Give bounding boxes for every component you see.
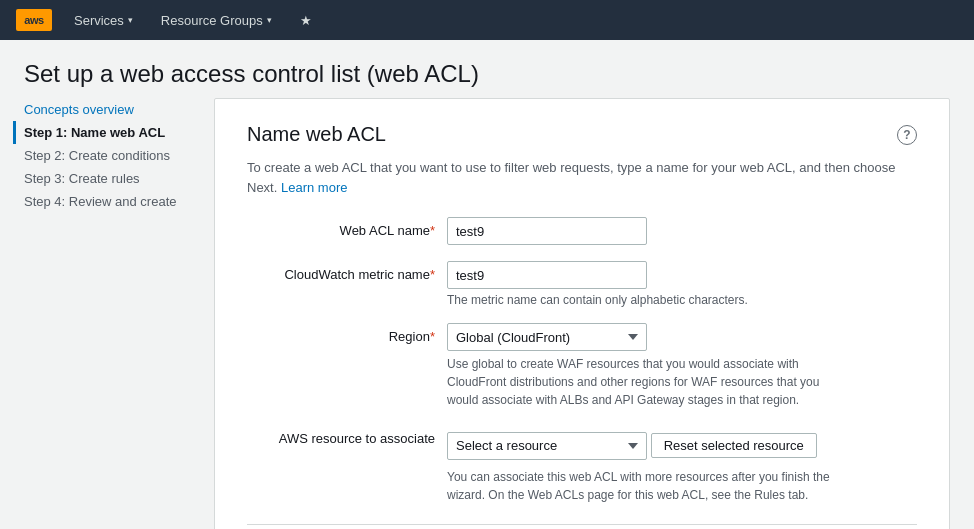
aws-resource-select[interactable]: Select a resource <box>447 432 647 460</box>
web-acl-name-group: Web ACL name* <box>247 217 917 245</box>
web-acl-input[interactable] <box>447 217 647 245</box>
favorites-button[interactable]: ★ <box>294 9 318 32</box>
region-control-area: Global (CloudFront) US East (N. Virginia… <box>447 323 917 409</box>
sidebar: Concepts overview Step 1: Name web ACL S… <box>24 98 214 529</box>
services-menu[interactable]: Services ▾ <box>68 9 139 32</box>
aws-resource-label: AWS resource to associate <box>247 425 447 446</box>
concepts-overview-link[interactable]: Concepts overview <box>24 98 198 121</box>
sidebar-step-4: Step 4: Review and create <box>24 190 198 213</box>
resource-groups-chevron-icon: ▾ <box>267 15 272 25</box>
cloudwatch-hint: The metric name can contain only alphabe… <box>447 293 917 307</box>
cloudwatch-control-area: The metric name can contain only alphabe… <box>447 261 917 307</box>
region-group: Region* Global (CloudFront) US East (N. … <box>247 323 917 409</box>
panel-description: To create a web ACL that you want to use… <box>247 158 917 197</box>
page-title: Set up a web access control list (web AC… <box>24 60 950 88</box>
sidebar-step-3: Step 3: Create rules <box>24 167 198 190</box>
panel-title: Name web ACL <box>247 123 386 146</box>
region-label: Region* <box>247 323 447 344</box>
resource-groups-menu[interactable]: Resource Groups ▾ <box>155 9 278 32</box>
page-wrapper: Set up a web access control list (web AC… <box>0 40 974 529</box>
aws-resource-group: AWS resource to associate Select a resou… <box>247 425 917 504</box>
learn-more-link[interactable]: Learn more <box>281 180 347 195</box>
aws-resource-control-area: Select a resource Reset selected resourc… <box>447 425 917 504</box>
web-acl-control-area <box>447 217 917 245</box>
reset-resource-button[interactable]: Reset selected resource <box>651 433 817 458</box>
cloudwatch-input[interactable] <box>447 261 647 289</box>
region-select[interactable]: Global (CloudFront) US East (N. Virginia… <box>447 323 647 351</box>
cloudwatch-group: CloudWatch metric name* The metric name … <box>247 261 917 307</box>
sidebar-step-2: Step 2: Create conditions <box>24 144 198 167</box>
main-panel: Name web ACL ? To create a web ACL that … <box>214 98 950 529</box>
content-area: Concepts overview Step 1: Name web ACL S… <box>0 98 974 529</box>
cloudwatch-label: CloudWatch metric name* <box>247 261 447 282</box>
aws-logo-box: aws <box>16 9 52 31</box>
aws-logo[interactable]: aws <box>16 9 52 31</box>
panel-divider <box>247 524 917 525</box>
web-acl-label: Web ACL name* <box>247 217 447 238</box>
sidebar-step-1: Step 1: Name web ACL <box>13 121 198 144</box>
help-icon[interactable]: ? <box>897 125 917 145</box>
panel-header: Name web ACL ? <box>247 123 917 146</box>
services-chevron-icon: ▾ <box>128 15 133 25</box>
star-icon: ★ <box>300 13 312 28</box>
page-title-area: Set up a web access control list (web AC… <box>0 40 974 98</box>
region-hint: Use global to create WAF resources that … <box>447 355 847 409</box>
associate-hint: You can associate this web ACL with more… <box>447 468 847 504</box>
top-navigation: aws Services ▾ Resource Groups ▾ ★ <box>0 0 974 40</box>
